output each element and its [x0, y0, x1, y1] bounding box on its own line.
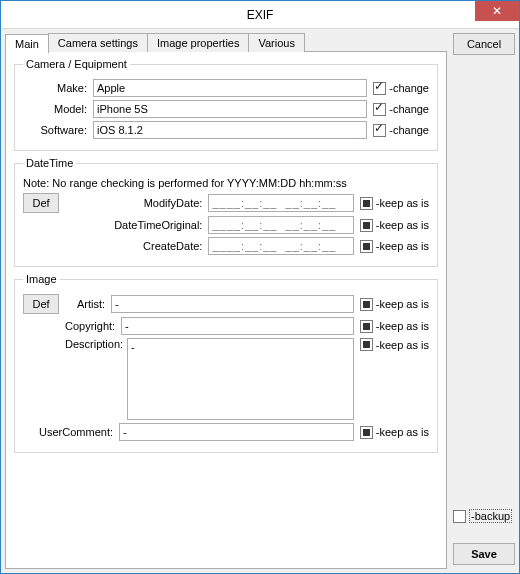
input-software[interactable]: [93, 121, 367, 139]
window-title: EXIF: [247, 8, 274, 22]
checkbox-usercomment-keep[interactable]: [360, 426, 373, 439]
legend-camera: Camera / Equipment: [23, 58, 130, 70]
label-createdate: CreateDate:: [65, 240, 202, 252]
close-icon: ✕: [492, 4, 502, 18]
input-model[interactable]: [93, 100, 367, 118]
input-usercomment[interactable]: [119, 423, 354, 441]
note-datetime: Note: No range checking is performed for…: [23, 177, 429, 189]
label-datetimeoriginal: DateTimeOriginal:: [65, 219, 202, 231]
label-model: Model:: [23, 103, 87, 115]
label-backup: -backup: [469, 509, 512, 523]
group-image: Image Def Artist: -keep as is Copyright:: [14, 273, 438, 453]
textarea-description[interactable]: [127, 338, 354, 420]
button-def-datetime[interactable]: Def: [23, 193, 59, 213]
label-copyright-keep: -keep as is: [376, 320, 429, 332]
checkbox-createdate-keep[interactable]: [360, 240, 373, 253]
checkbox-backup[interactable]: [453, 510, 466, 523]
tab-main[interactable]: Main: [5, 34, 49, 53]
input-copyright[interactable]: [121, 317, 354, 335]
checkbox-copyright-keep[interactable]: [360, 320, 373, 333]
label-artist: Artist:: [65, 298, 105, 310]
close-button[interactable]: ✕: [475, 1, 519, 21]
label-description-keep: -keep as is: [376, 339, 429, 351]
checkbox-datetimeoriginal-keep[interactable]: [360, 219, 373, 232]
checkbox-artist-keep[interactable]: [360, 298, 373, 311]
label-createdate-keep: -keep as is: [376, 240, 429, 252]
checkbox-description-keep[interactable]: [360, 338, 373, 351]
tab-camera-settings[interactable]: Camera settings: [48, 33, 148, 52]
checkbox-make-change[interactable]: [373, 82, 386, 95]
label-software-change: -change: [389, 124, 429, 136]
tabs: Main Camera settings Image properties Va…: [5, 33, 447, 52]
input-createdate[interactable]: [208, 237, 353, 255]
label-software: Software:: [23, 124, 87, 136]
checkbox-software-change[interactable]: [373, 124, 386, 137]
tab-image-properties[interactable]: Image properties: [147, 33, 250, 52]
input-datetimeoriginal[interactable]: [208, 216, 353, 234]
input-make[interactable]: [93, 79, 367, 97]
exif-window: EXIF ✕ Main Camera settings Image proper…: [0, 0, 520, 574]
group-camera-equipment: Camera / Equipment Make: -change Model:: [14, 58, 438, 151]
button-def-image[interactable]: Def: [23, 294, 59, 314]
label-make-change: -change: [389, 82, 429, 94]
label-artist-keep: -keep as is: [376, 298, 429, 310]
input-artist[interactable]: [111, 295, 354, 313]
label-modifydate: ModifyDate:: [65, 197, 202, 209]
label-make: Make:: [23, 82, 87, 94]
label-usercomment: UserComment:: [23, 426, 113, 438]
input-modifydate[interactable]: [208, 194, 353, 212]
label-modifydate-keep: -keep as is: [376, 197, 429, 209]
cancel-button[interactable]: Cancel: [453, 33, 515, 55]
legend-image: Image: [23, 273, 60, 285]
tab-content: Camera / Equipment Make: -change Model:: [5, 51, 447, 569]
label-description: Description:: [65, 338, 121, 350]
tab-various[interactable]: Various: [248, 33, 304, 52]
save-button[interactable]: Save: [453, 543, 515, 565]
side-panel: Cancel -backup Save: [453, 33, 515, 569]
label-usercomment-keep: -keep as is: [376, 426, 429, 438]
titlebar: EXIF ✕: [1, 1, 519, 29]
label-model-change: -change: [389, 103, 429, 115]
legend-datetime: DateTime: [23, 157, 76, 169]
group-datetime: DateTime Note: No range checking is perf…: [14, 157, 438, 267]
label-copyright: Copyright:: [65, 320, 115, 332]
checkbox-model-change[interactable]: [373, 103, 386, 116]
main-panel: Main Camera settings Image properties Va…: [5, 33, 447, 569]
checkbox-modifydate-keep[interactable]: [360, 197, 373, 210]
label-datetimeoriginal-keep: -keep as is: [376, 219, 429, 231]
spacer: [453, 59, 515, 503]
window-body: Main Camera settings Image properties Va…: [1, 29, 519, 573]
